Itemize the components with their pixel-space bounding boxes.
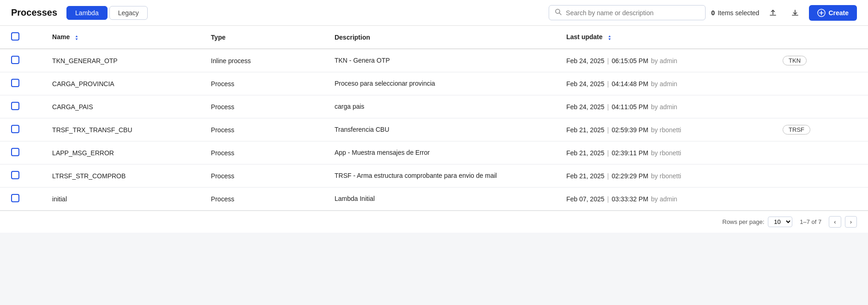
row-name-1[interactable]: CARGA_PROVINCIA bbox=[45, 72, 204, 95]
rows-per-page-label: Rows per page: bbox=[722, 218, 764, 225]
main-content: Name Type Description bbox=[0, 26, 868, 211]
search-bar bbox=[549, 5, 706, 20]
create-button[interactable]: Create bbox=[809, 5, 857, 21]
table-header-row: Name Type Description bbox=[0, 26, 868, 49]
tab-legacy[interactable]: Legacy bbox=[109, 6, 148, 20]
select-all-checkbox[interactable] bbox=[11, 32, 19, 41]
row-description-1: Proceso para seleccionar provincia bbox=[327, 72, 559, 95]
tag-badge-0: TKN bbox=[783, 56, 807, 65]
row-tag-0: TKN bbox=[775, 49, 868, 72]
row-type-3: Process bbox=[204, 118, 327, 141]
row-last-update-1: Feb 24, 2025 | 04:14:48 PM by admin bbox=[559, 72, 775, 95]
row-checkbox-1[interactable] bbox=[11, 79, 19, 87]
row-last-update-6: Feb 07, 2025 | 03:33:32 PM by admin bbox=[559, 188, 775, 211]
row-description-5: TRSF - Arma estructura comprobante para … bbox=[327, 164, 559, 188]
row-tag-1 bbox=[775, 72, 868, 95]
row-tag-2 bbox=[775, 95, 868, 118]
row-name-5[interactable]: LTRSF_STR_COMPROB bbox=[45, 164, 204, 188]
processes-table: Name Type Description bbox=[0, 26, 868, 211]
app-title: Processes bbox=[11, 7, 57, 18]
table-row[interactable]: CARGA_PAIS Process carga pais Feb 24, 20… bbox=[0, 95, 868, 118]
row-checkbox-cell-1 bbox=[0, 72, 45, 95]
header-type: Type bbox=[204, 26, 327, 49]
row-tag-3: TRSF bbox=[775, 118, 868, 141]
row-description-4: App - Muestra mensajes de Error bbox=[327, 141, 559, 164]
header-last-update[interactable]: Last update bbox=[559, 26, 775, 49]
row-checkbox-cell-0 bbox=[0, 49, 45, 72]
upload-button[interactable] bbox=[765, 6, 781, 19]
row-checkbox-3[interactable] bbox=[11, 125, 19, 133]
download-button[interactable] bbox=[787, 6, 803, 19]
row-tag-6 bbox=[775, 188, 868, 211]
header-checkbox-col bbox=[0, 26, 45, 49]
table-row[interactable]: LTRSF_STR_COMPROB Process TRSF - Arma es… bbox=[0, 164, 868, 188]
table-row[interactable]: TRSF_TRX_TRANSF_CBU Process Transferenci… bbox=[0, 118, 868, 141]
row-checkbox-cell-5 bbox=[0, 164, 45, 188]
row-checkbox-cell-6 bbox=[0, 188, 45, 211]
row-tag-5 bbox=[775, 164, 868, 188]
header-description: Description bbox=[327, 26, 559, 49]
table-container: Name Type Description bbox=[0, 26, 868, 211]
items-count: 0 bbox=[711, 9, 715, 17]
row-last-update-2: Feb 24, 2025 | 04:11:05 PM by admin bbox=[559, 95, 775, 118]
row-checkbox-cell-3 bbox=[0, 118, 45, 141]
row-checkbox-cell-4 bbox=[0, 141, 45, 164]
search-icon bbox=[555, 8, 562, 17]
row-name-0[interactable]: TKN_GENERAR_OTP bbox=[45, 49, 204, 72]
row-description-2: carga pais bbox=[327, 95, 559, 118]
tag-badge-3: TRSF bbox=[783, 125, 810, 135]
update-sort-icon[interactable] bbox=[606, 35, 613, 41]
table-row[interactable]: initial Process Lambda Initial Feb 07, 2… bbox=[0, 188, 868, 211]
row-description-3: Transferencia CBU bbox=[327, 118, 559, 141]
row-type-4: Process bbox=[204, 141, 327, 164]
row-name-6[interactable]: initial bbox=[45, 188, 204, 211]
row-checkbox-cell-2 bbox=[0, 95, 45, 118]
row-type-1: Process bbox=[204, 72, 327, 95]
row-checkbox-0[interactable] bbox=[11, 56, 19, 64]
rows-per-page: Rows per page: 10 25 50 bbox=[722, 217, 792, 227]
row-name-4[interactable]: LAPP_MSG_ERROR bbox=[45, 141, 204, 164]
row-checkbox-4[interactable] bbox=[11, 148, 19, 156]
row-last-update-0: Feb 24, 2025 | 06:15:05 PM by admin bbox=[559, 49, 775, 72]
row-type-5: Process bbox=[204, 164, 327, 188]
row-name-3[interactable]: TRSF_TRX_TRANSF_CBU bbox=[45, 118, 204, 141]
search-input[interactable] bbox=[566, 9, 700, 17]
top-bar: Processes Lambda Legacy 0 Items selected bbox=[0, 0, 868, 26]
next-page-button[interactable]: › bbox=[845, 216, 857, 228]
table-row[interactable]: CARGA_PROVINCIA Process Proceso para sel… bbox=[0, 72, 868, 95]
row-type-0: Inline process bbox=[204, 49, 327, 72]
table-row[interactable]: TKN_GENERAR_OTP Inline process TKN - Gen… bbox=[0, 49, 868, 72]
tab-lambda[interactable]: Lambda bbox=[66, 6, 108, 20]
row-type-6: Process bbox=[204, 188, 327, 211]
bottom-bar: Rows per page: 10 25 50 1–7 of 7 ‹ › bbox=[0, 211, 868, 233]
header-name[interactable]: Name bbox=[45, 26, 204, 49]
row-description-6: Lambda Initial bbox=[327, 188, 559, 211]
table-row[interactable]: LAPP_MSG_ERROR Process App - Muestra men… bbox=[0, 141, 868, 164]
header-tag bbox=[775, 26, 868, 49]
row-last-update-3: Feb 21, 2025 | 02:59:39 PM by rbonetti bbox=[559, 118, 775, 141]
row-checkbox-2[interactable] bbox=[11, 102, 19, 110]
items-selected-container: 0 Items selected bbox=[711, 9, 759, 17]
row-last-update-4: Feb 21, 2025 | 02:39:11 PM by rbonetti bbox=[559, 141, 775, 164]
row-description-0: TKN - Genera OTP bbox=[327, 49, 559, 72]
row-checkbox-6[interactable] bbox=[11, 194, 19, 202]
row-tag-4 bbox=[775, 141, 868, 164]
svg-line-1 bbox=[559, 13, 561, 15]
items-selected-label: Items selected bbox=[718, 9, 759, 17]
row-last-update-5: Feb 21, 2025 | 02:29:29 PM by rbonetti bbox=[559, 164, 775, 188]
tab-group: Lambda Legacy bbox=[66, 6, 148, 20]
name-sort-icon[interactable] bbox=[73, 35, 80, 41]
page-info: 1–7 of 7 bbox=[800, 218, 821, 225]
row-name-2[interactable]: CARGA_PAIS bbox=[45, 95, 204, 118]
row-type-2: Process bbox=[204, 95, 327, 118]
row-checkbox-5[interactable] bbox=[11, 171, 19, 179]
rows-per-page-select[interactable]: 10 25 50 bbox=[768, 217, 792, 227]
create-label: Create bbox=[828, 9, 849, 17]
prev-page-button[interactable]: ‹ bbox=[829, 216, 841, 228]
